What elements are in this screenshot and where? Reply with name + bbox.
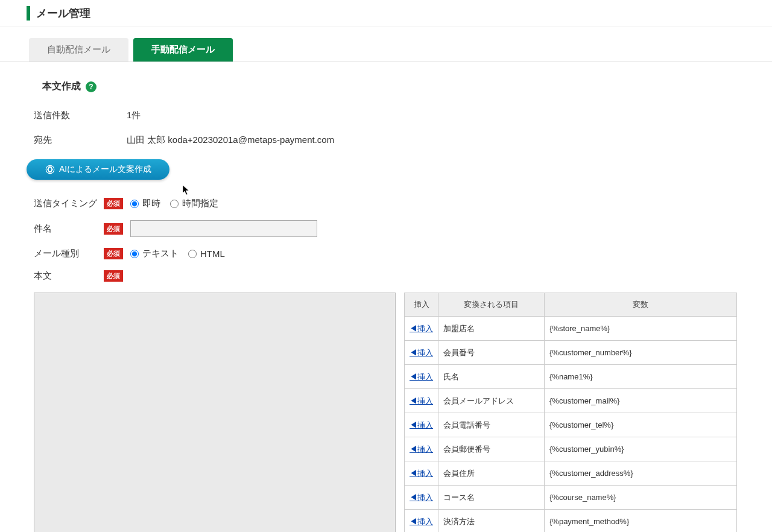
- vars-th-var: 変数: [545, 293, 737, 317]
- table-row: ◀挿入コース名{%course_name%}: [405, 486, 737, 510]
- required-badge: 必須: [104, 223, 123, 235]
- mail-type-radio-group: テキスト HTML: [130, 248, 231, 259]
- page-header: メール管理: [0, 0, 772, 27]
- var-item: 会員住所: [438, 461, 545, 486]
- recipient-value: 山田 太郎 koda+20230201a@metaps-payment.com: [127, 135, 334, 146]
- recipient-row: 宛先 山田 太郎 koda+20230201a@metaps-payment.c…: [34, 135, 738, 146]
- insert-link[interactable]: ◀挿入: [410, 469, 433, 478]
- svg-point-0: [46, 165, 54, 174]
- var-item: 会員郵便番号: [438, 437, 545, 461]
- table-row: ◀挿入氏名{%name1%}: [405, 365, 737, 389]
- insert-link[interactable]: ◀挿入: [410, 348, 433, 357]
- var-code: {%course_name%}: [545, 486, 737, 510]
- send-count-row: 送信件数 1件: [34, 110, 738, 121]
- subject-label: 件名: [34, 223, 104, 235]
- mail-type-radio-text-label: テキスト: [142, 248, 179, 259]
- insert-link[interactable]: ◀挿入: [410, 420, 433, 429]
- table-row: ◀挿入会員番号{%customer_number%}: [405, 341, 737, 365]
- section-heading: 本文作成 ?: [34, 80, 738, 93]
- subject-row: 件名 必須: [34, 220, 738, 237]
- mail-type-radio-html[interactable]: [188, 250, 197, 258]
- body-textarea[interactable]: [34, 293, 396, 532]
- var-code: {%customer_mail%}: [545, 389, 737, 413]
- timing-radio-scheduled[interactable]: [170, 200, 179, 208]
- subject-input[interactable]: [130, 220, 317, 237]
- required-badge: 必須: [104, 270, 123, 282]
- ai-icon: [45, 164, 55, 175]
- timing-radio-immediate-label: 即時: [142, 198, 160, 209]
- ai-generate-button[interactable]: AIによるメール文案作成: [27, 159, 169, 180]
- table-row: ◀挿入会員住所{%customer_address%}: [405, 461, 737, 486]
- mail-type-label: メール種別: [34, 248, 104, 259]
- main-section: 本文作成 ? 送信件数 1件 宛先 山田 太郎 koda+20230201a@m…: [0, 62, 772, 532]
- section-heading-text: 本文作成: [42, 80, 81, 93]
- var-item: 会員メールアドレス: [438, 389, 545, 413]
- tabs: 自動配信メール 手動配信メール: [0, 27, 772, 62]
- body-row: 本文 必須: [34, 270, 738, 282]
- tab-auto-mail[interactable]: 自動配信メール: [29, 38, 128, 62]
- var-item: 会員番号: [438, 341, 545, 365]
- vars-th-insert: 挿入: [405, 293, 438, 317]
- var-code: {%customer_tel%}: [545, 413, 737, 437]
- var-code: {%customer_address%}: [545, 461, 737, 486]
- var-item: 決済方法: [438, 510, 545, 533]
- send-count-label: 送信件数: [34, 110, 127, 121]
- table-row: ◀挿入加盟店名{%store_name%}: [405, 317, 737, 341]
- var-item: 加盟店名: [438, 317, 545, 341]
- insert-link[interactable]: ◀挿入: [410, 493, 433, 502]
- vars-th-item: 変換される項目: [438, 293, 545, 317]
- timing-radio-immediate[interactable]: [130, 200, 139, 208]
- var-item: コース名: [438, 486, 545, 510]
- var-item: 氏名: [438, 365, 545, 389]
- timing-row: 送信タイミング 必須 即時 時間指定: [34, 198, 738, 209]
- required-badge: 必須: [104, 198, 123, 209]
- timing-radio-group: 即時 時間指定: [130, 198, 224, 209]
- var-code: {%customer_number%}: [545, 341, 737, 365]
- body-area: 挿入 変換される項目 変数 ◀挿入加盟店名{%store_name%}◀挿入会員…: [34, 293, 738, 532]
- vars-table: 挿入 変換される項目 変数 ◀挿入加盟店名{%store_name%}◀挿入会員…: [404, 293, 737, 532]
- var-code: {%payment_method%}: [545, 510, 737, 533]
- insert-link[interactable]: ◀挿入: [410, 445, 433, 454]
- required-badge: 必須: [104, 248, 123, 259]
- table-row: ◀挿入会員郵便番号{%customer_yubin%}: [405, 437, 737, 461]
- var-code: {%name1%}: [545, 365, 737, 389]
- timing-radio-scheduled-label: 時間指定: [182, 198, 218, 209]
- table-row: ◀挿入決済方法{%payment_method%}: [405, 510, 737, 533]
- help-icon[interactable]: ?: [86, 81, 96, 92]
- var-code: {%customer_yubin%}: [545, 437, 737, 461]
- send-count-value: 1件: [127, 110, 141, 121]
- recipient-label: 宛先: [34, 135, 127, 146]
- insert-link[interactable]: ◀挿入: [410, 372, 433, 381]
- timing-label: 送信タイミング: [34, 198, 104, 209]
- insert-link[interactable]: ◀挿入: [410, 396, 433, 405]
- ai-button-label: AIによるメール文案作成: [59, 164, 151, 175]
- var-code: {%store_name%}: [545, 317, 737, 341]
- insert-link[interactable]: ◀挿入: [410, 324, 433, 333]
- insert-link[interactable]: ◀挿入: [410, 517, 433, 526]
- body-label: 本文: [34, 270, 104, 282]
- mail-type-radio-html-label: HTML: [200, 249, 225, 259]
- var-item: 会員電話番号: [438, 413, 545, 437]
- table-row: ◀挿入会員電話番号{%customer_tel%}: [405, 413, 737, 437]
- mail-type-radio-text[interactable]: [130, 250, 139, 258]
- mail-type-row: メール種別 必須 テキスト HTML: [34, 248, 738, 259]
- page-title: メール管理: [27, 6, 772, 21]
- tab-manual-mail[interactable]: 手動配信メール: [133, 38, 233, 62]
- table-row: ◀挿入会員メールアドレス{%customer_mail%}: [405, 389, 737, 413]
